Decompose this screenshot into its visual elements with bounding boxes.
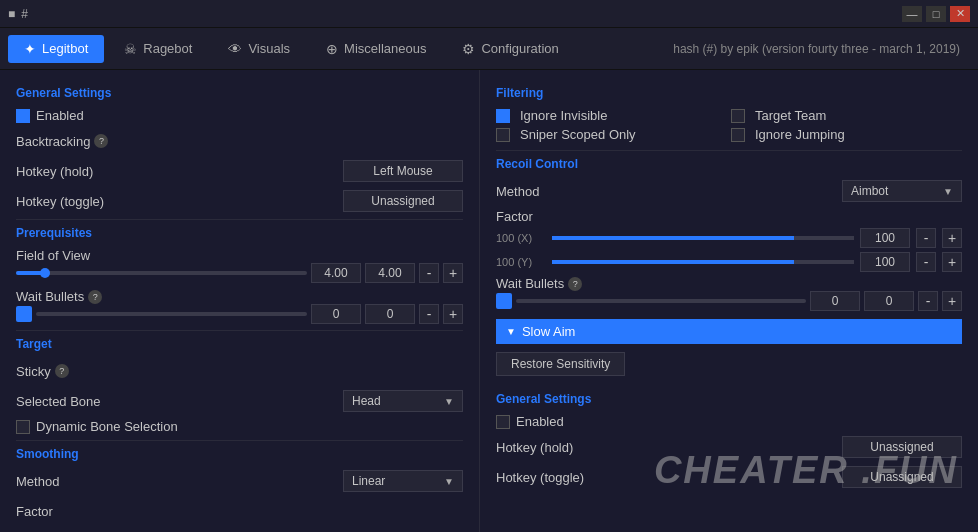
sniper-scoped-checkbox[interactable] bbox=[496, 128, 510, 142]
wait-bullets-label: Wait Bullets bbox=[16, 289, 84, 304]
tab-misc[interactable]: ⊕ Miscellaneous bbox=[310, 35, 442, 63]
config-icon: ⚙ bbox=[462, 41, 475, 57]
tab-bar: ✦ Legitbot ☠ Ragebot 👁 Visuals ⊕ Miscell… bbox=[0, 28, 978, 70]
backtracking-help-icon[interactable]: ? bbox=[94, 134, 108, 148]
ignore-invisible-label: Ignore Invisible bbox=[520, 108, 607, 123]
tab-ragebot[interactable]: ☠ Ragebot bbox=[108, 35, 208, 63]
hotkey-hold-label: Hotkey (hold) bbox=[16, 164, 93, 179]
dynamic-bone-row: Dynamic Bone Selection bbox=[16, 419, 463, 434]
method-value: Linear bbox=[352, 474, 385, 488]
fov-slider-row: 4.00 4.00 - + bbox=[16, 263, 463, 283]
recoil-wait-bullets-section: Wait Bullets ? 0 0 - + bbox=[496, 276, 962, 311]
wait-bullets-plus[interactable]: + bbox=[443, 304, 463, 324]
sniper-scoped-item: Sniper Scoped Only bbox=[496, 127, 727, 142]
ignore-invisible-checkbox[interactable] bbox=[496, 109, 510, 123]
misc-icon: ⊕ bbox=[326, 41, 338, 57]
recoil-method-dropdown[interactable]: Aimbot ▼ bbox=[842, 180, 962, 202]
tab-config[interactable]: ⚙ Configuration bbox=[446, 35, 574, 63]
hotkey-toggle-label: Hotkey (toggle) bbox=[16, 194, 104, 209]
right-hotkey-toggle-row: Hotkey (toggle) Unassigned bbox=[496, 465, 962, 489]
version-text: hash (#) by epik (version fourty three -… bbox=[673, 42, 970, 56]
hotkey-hold-button[interactable]: Left Mouse bbox=[343, 160, 463, 182]
fov-minus-btn[interactable]: - bbox=[419, 263, 439, 283]
maximize-button[interactable]: □ bbox=[926, 6, 946, 22]
recoil-wait-plus[interactable]: + bbox=[942, 291, 962, 311]
fov-slider-track[interactable] bbox=[16, 271, 307, 275]
target-team-checkbox[interactable] bbox=[731, 109, 745, 123]
enabled-checkbox[interactable] bbox=[16, 109, 30, 123]
right-hotkey-toggle-label: Hotkey (toggle) bbox=[496, 470, 584, 485]
wait-bullets-val1: 0 bbox=[311, 304, 361, 324]
recoil-wait-bullets-slider[interactable] bbox=[496, 293, 512, 309]
fov-value2: 4.00 bbox=[365, 263, 415, 283]
right-hotkey-hold-label: Hotkey (hold) bbox=[496, 440, 573, 455]
minimize-button[interactable]: — bbox=[902, 6, 922, 22]
selected-bone-label: Selected Bone bbox=[16, 394, 101, 409]
factor-y-minus[interactable]: - bbox=[916, 252, 936, 272]
titlebar-left: ■ # bbox=[8, 7, 28, 21]
factor-x-plus[interactable]: + bbox=[942, 228, 962, 248]
sticky-help-icon[interactable]: ? bbox=[55, 364, 69, 378]
factor-y-value: 100 bbox=[860, 252, 910, 272]
target-team-label: Target Team bbox=[755, 108, 826, 123]
dynamic-bone-checkbox[interactable] bbox=[16, 420, 30, 434]
sticky-label: Sticky bbox=[16, 364, 51, 379]
right-enabled-checkbox[interactable] bbox=[496, 415, 510, 429]
close-button[interactable]: ✕ bbox=[950, 6, 970, 22]
ignore-jumping-label: Ignore Jumping bbox=[755, 127, 845, 142]
right-panel: Filtering Ignore Invisible Target Team S… bbox=[480, 70, 978, 532]
selected-bone-row: Selected Bone Head ▼ bbox=[16, 389, 463, 413]
recoil-method-arrow: ▼ bbox=[943, 186, 953, 197]
method-label: Method bbox=[16, 474, 59, 489]
fov-plus-btn[interactable]: + bbox=[443, 263, 463, 283]
selected-bone-dropdown[interactable]: Head ▼ bbox=[343, 390, 463, 412]
slow-aim-bar[interactable]: ▼ Slow Aim bbox=[496, 319, 962, 344]
recoil-wait-minus[interactable]: - bbox=[918, 291, 938, 311]
factor-y-slider[interactable] bbox=[552, 260, 854, 264]
method-dropdown[interactable]: Linear ▼ bbox=[343, 470, 463, 492]
tab-visuals[interactable]: 👁 Visuals bbox=[212, 35, 306, 63]
filter-grid: Ignore Invisible Target Team Sniper Scop… bbox=[496, 108, 962, 142]
target-title: Target bbox=[16, 337, 463, 351]
factor-y-plus[interactable]: + bbox=[942, 252, 962, 272]
target-team-item: Target Team bbox=[731, 108, 962, 123]
factor-x-slider[interactable] bbox=[552, 236, 854, 240]
recoil-wait-bullets-label-group: Wait Bullets ? bbox=[496, 276, 962, 291]
general-settings-title: General Settings bbox=[16, 86, 463, 100]
hotkey-toggle-button[interactable]: Unassigned bbox=[343, 190, 463, 212]
right-enabled-row: Enabled bbox=[496, 414, 962, 429]
recoil-method-label: Method bbox=[496, 184, 539, 199]
filtering-title: Filtering bbox=[496, 86, 962, 100]
ignore-invisible-item: Ignore Invisible bbox=[496, 108, 727, 123]
wait-bullets-slider[interactable] bbox=[16, 306, 32, 322]
recoil-wait-bullets-slider-row: 0 0 - + bbox=[496, 291, 962, 311]
recoil-wait-bullets-help[interactable]: ? bbox=[568, 277, 582, 291]
factor-x-row: 100 (X) 100 - + bbox=[496, 228, 962, 248]
right-hotkey-toggle-button[interactable]: Unassigned bbox=[842, 466, 962, 488]
factor-x-minus[interactable]: - bbox=[916, 228, 936, 248]
recoil-method-row: Method Aimbot ▼ bbox=[496, 179, 962, 203]
tab-legitbot[interactable]: ✦ Legitbot bbox=[8, 35, 104, 63]
restore-sensitivity-button[interactable]: Restore Sensitivity bbox=[496, 352, 625, 376]
slow-aim-label: Slow Aim bbox=[522, 324, 575, 339]
titlebar: ■ # — □ ✕ bbox=[0, 0, 978, 28]
app-title: # bbox=[21, 7, 28, 21]
right-hotkey-hold-row: Hotkey (hold) Unassigned bbox=[496, 435, 962, 459]
hotkey-hold-row: Hotkey (hold) Left Mouse bbox=[16, 159, 463, 183]
ignore-jumping-checkbox[interactable] bbox=[731, 128, 745, 142]
dynamic-bone-label: Dynamic Bone Selection bbox=[36, 419, 178, 434]
recoil-wait-bullets-track[interactable] bbox=[516, 299, 806, 303]
wait-bullets-track[interactable] bbox=[36, 312, 307, 316]
restore-sensitivity-row: Restore Sensitivity bbox=[496, 352, 962, 384]
right-hotkey-hold-button[interactable]: Unassigned bbox=[842, 436, 962, 458]
tab-ragebot-label: Ragebot bbox=[143, 41, 192, 56]
ignore-jumping-item: Ignore Jumping bbox=[731, 127, 962, 142]
method-arrow: ▼ bbox=[444, 476, 454, 487]
factor-label: Factor bbox=[496, 209, 533, 224]
wait-bullets-minus[interactable]: - bbox=[419, 304, 439, 324]
recoil-control-title: Recoil Control bbox=[496, 157, 962, 171]
enabled-row: Enabled bbox=[16, 108, 463, 123]
sticky-label-group: Sticky ? bbox=[16, 364, 69, 379]
wait-bullets-help-icon[interactable]: ? bbox=[88, 290, 102, 304]
app-icon: ■ bbox=[8, 7, 15, 21]
